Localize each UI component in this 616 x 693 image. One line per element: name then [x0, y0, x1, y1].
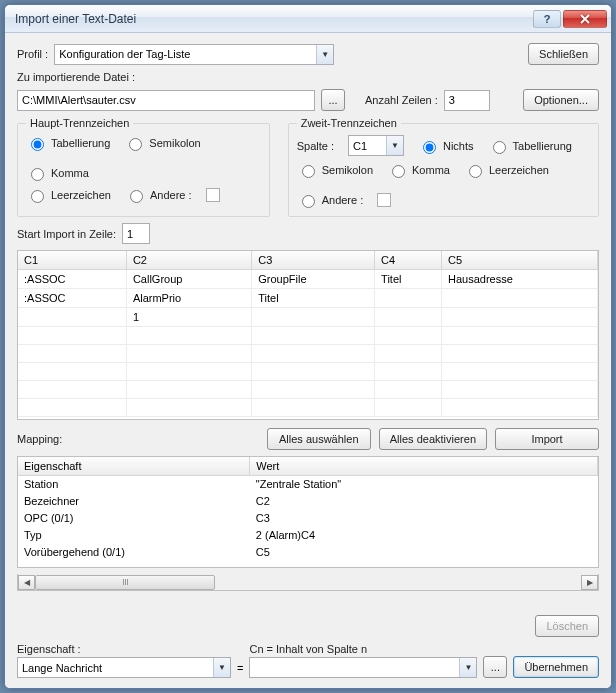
mapping-label: Mapping: [17, 433, 62, 445]
preview-col-header[interactable]: C3 [252, 251, 375, 270]
scroll-track[interactable] [35, 575, 581, 590]
table-cell [126, 345, 251, 363]
table-cell [441, 308, 597, 327]
other-char-input[interactable] [206, 188, 220, 202]
profile-select[interactable]: Konfiguration der Tag-Liste ▼ [54, 44, 334, 65]
preview-col-header[interactable]: C4 [375, 251, 442, 270]
radio-semicolon[interactable]: Semikolon [124, 135, 200, 151]
table-cell [18, 381, 126, 399]
other2-char-input[interactable] [377, 193, 391, 207]
scroll-thumb[interactable] [35, 575, 215, 590]
options-button[interactable]: Optionen... [523, 89, 599, 111]
mapping-row[interactable]: Vorübergehend (0/1)C5 [18, 544, 598, 561]
import-button[interactable]: Import [495, 428, 599, 450]
radio-comma[interactable]: Komma [26, 165, 89, 181]
property-select[interactable]: Lange Nachricht ▼ [17, 657, 231, 678]
table-cell [252, 327, 375, 345]
column-label: Spalte : [297, 140, 334, 152]
table-cell: AlarmPrio [126, 289, 251, 308]
table-cell: :ASSOC [18, 270, 126, 289]
formula-hint: Cn = Inhalt von Spalte n [249, 643, 477, 655]
table-cell [126, 381, 251, 399]
deselect-all-button[interactable]: Alles deaktivieren [379, 428, 487, 450]
horizontal-scrollbar[interactable]: ◀ ▶ [17, 574, 599, 591]
chevron-down-icon: ▼ [386, 136, 403, 155]
table-cell [18, 308, 126, 327]
profile-label: Profil : [17, 48, 48, 60]
lines-input[interactable] [444, 90, 490, 111]
titlebar[interactable]: Import einer Text-Datei ? [5, 5, 611, 33]
browse-file-button[interactable]: ... [321, 89, 345, 111]
table-cell [252, 363, 375, 381]
formula-browse-button[interactable]: ... [483, 656, 507, 678]
window-close-button[interactable] [563, 10, 607, 28]
radio2-other[interactable]: Andere : [297, 192, 364, 208]
table-cell: GroupFile [252, 270, 375, 289]
file-path-input[interactable] [17, 90, 315, 111]
chevron-down-icon: ▼ [316, 45, 333, 64]
table-cell [18, 399, 126, 417]
apply-button[interactable]: Übernehmen [513, 656, 599, 678]
preview-col-header[interactable]: C2 [126, 251, 251, 270]
mapping-prop: OPC (0/1) [18, 510, 250, 527]
table-row[interactable]: 1 [18, 308, 598, 327]
mapping-row[interactable]: Typ2 (Alarm)C4 [18, 527, 598, 544]
mapping-val: "Zentrale Station" [250, 476, 598, 493]
mapping-table[interactable]: Eigenschaft Wert Station"Zentrale Statio… [17, 456, 599, 568]
dialog-window: Import einer Text-Datei ? Profil : Konfi… [4, 4, 612, 689]
close-icon [580, 14, 590, 24]
table-row[interactable] [18, 399, 598, 417]
close-button[interactable]: Schließen [528, 43, 599, 65]
file-label: Zu importierende Datei : [17, 71, 599, 83]
select-all-button[interactable]: Alles auswählen [267, 428, 371, 450]
mapping-val: 2 (Alarm)C4 [250, 527, 598, 544]
radio-tab[interactable]: Tabellierung [26, 135, 110, 151]
table-row[interactable]: :ASSOCCallGroupGroupFileTitelHausadresse [18, 270, 598, 289]
mapping-row[interactable]: BezeichnerC2 [18, 493, 598, 510]
table-row[interactable] [18, 363, 598, 381]
radio2-none[interactable]: Nichts [418, 138, 474, 154]
mapping-row[interactable]: OPC (0/1)C3 [18, 510, 598, 527]
column-select[interactable]: C1 ▼ [348, 135, 404, 156]
radio2-space[interactable]: Leerzeichen [464, 162, 549, 178]
table-row[interactable]: :ASSOCAlarmPrioTitel [18, 289, 598, 308]
mapping-row[interactable]: Station"Zentrale Station" [18, 476, 598, 493]
mapping-col-val: Wert [250, 457, 598, 476]
table-cell [441, 381, 597, 399]
radio-space[interactable]: Leerzeichen [26, 187, 111, 203]
delete-button[interactable]: Löschen [535, 615, 599, 637]
table-cell [375, 399, 442, 417]
preview-col-header[interactable]: C1 [18, 251, 126, 270]
table-row[interactable] [18, 345, 598, 363]
mapping-prop: Typ [18, 527, 250, 544]
table-cell [18, 345, 126, 363]
main-sep-legend: Haupt-Trennzeichen [26, 117, 133, 129]
preview-table[interactable]: C1C2C3C4C5 :ASSOCCallGroupGroupFileTitel… [17, 250, 599, 420]
table-row[interactable] [18, 327, 598, 345]
equals-label: = [237, 662, 243, 678]
table-cell [375, 363, 442, 381]
help-button[interactable]: ? [533, 10, 561, 28]
table-cell [441, 399, 597, 417]
radio2-semicolon[interactable]: Semikolon [297, 162, 373, 178]
formula-value-input[interactable]: ▼ [249, 657, 477, 678]
start-line-input[interactable] [122, 223, 150, 244]
mapping-col-prop: Eigenschaft [18, 457, 250, 476]
chevron-down-icon: ▼ [459, 658, 476, 677]
column-value: C1 [353, 140, 367, 152]
window-title: Import einer Text-Datei [15, 12, 533, 26]
scroll-left-icon[interactable]: ◀ [18, 575, 35, 590]
radio-other[interactable]: Andere : [125, 187, 192, 203]
table-cell: CallGroup [126, 270, 251, 289]
radio2-comma[interactable]: Komma [387, 162, 450, 178]
table-cell [441, 363, 597, 381]
preview-col-header[interactable]: C5 [441, 251, 597, 270]
scroll-right-icon[interactable]: ▶ [581, 575, 598, 590]
table-cell [126, 363, 251, 381]
mapping-prop: Vorübergehend (0/1) [18, 544, 250, 561]
mapping-prop: Station [18, 476, 250, 493]
mapping-val: C3 [250, 510, 598, 527]
table-row[interactable] [18, 381, 598, 399]
radio2-tab[interactable]: Tabellierung [488, 138, 572, 154]
table-cell [126, 399, 251, 417]
